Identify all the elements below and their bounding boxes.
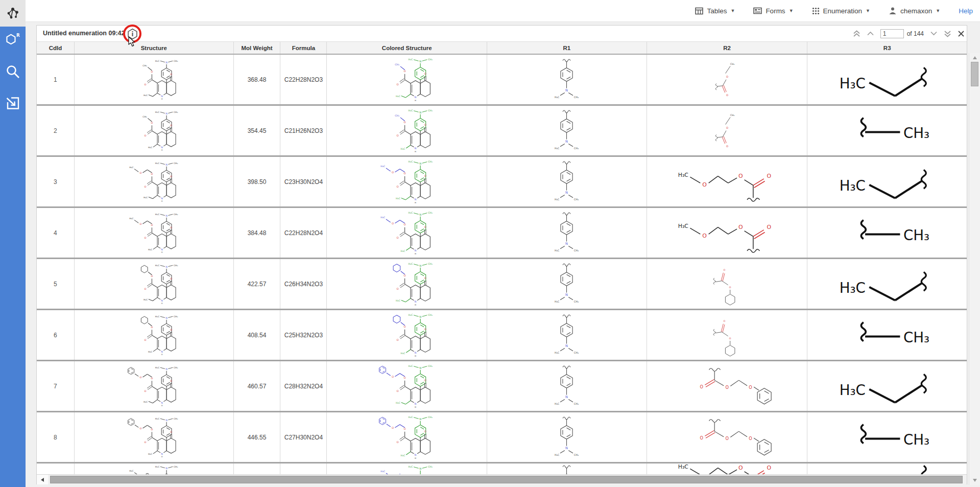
cell-r2[interactable]: CH₃OO (647, 55, 808, 104)
cell-colored-structure[interactable]: H₃CNCH₃NHOOOH₃C (327, 259, 487, 309)
cell-mol-weight[interactable]: 408.54 (234, 310, 281, 360)
cell-formula[interactable]: C27H30N2O4 (280, 412, 327, 462)
cell-formula[interactable]: C23H30N2O4 (280, 157, 327, 206)
sidebar-item-search[interactable] (5, 64, 20, 79)
cell-structure[interactable]: H₃CNCH₃NHOOOOH₃C (75, 361, 234, 411)
column-header-r2[interactable]: R2 (647, 42, 808, 54)
cell-r3[interactable]: H₃C (807, 463, 967, 474)
cell-r3[interactable]: CH₃ (807, 412, 967, 462)
cell-r2[interactable]: OOO (647, 412, 808, 462)
menu-enumeration[interactable]: Enumeration ▼ (812, 7, 870, 15)
next-page-button[interactable] (930, 31, 938, 36)
cell-r1[interactable]: NH₃CCH₃ (487, 412, 647, 462)
cell-r3[interactable]: H₃C (807, 157, 967, 206)
cell-structure[interactable]: H₃CNCH₃NHOOOH₃C (75, 259, 234, 309)
cell-r2[interactable]: OOO (647, 361, 808, 411)
sidebar-item-markush-enumeration[interactable]: R (5, 31, 20, 47)
previous-page-button[interactable] (867, 31, 874, 36)
cell-structure[interactable]: H₃CNCH₃NHOOOH₃C (75, 310, 234, 360)
menu-tables[interactable]: Tables ▼ (695, 7, 735, 15)
scroll-down-button[interactable] (969, 477, 980, 484)
vertical-scrollbar-thumb[interactable] (971, 62, 978, 86)
cell-colored-structure[interactable]: H₃CNCH₃NHOOOOH₃CH₃C (327, 157, 487, 206)
cell-r3[interactable]: H₃C (807, 361, 967, 411)
menu-account[interactable]: chemaxon ▼ (889, 7, 940, 15)
scroll-left-button[interactable] (37, 475, 48, 484)
cell-r2[interactable]: H₃COOO (647, 208, 808, 258)
cell-colored-structure[interactable]: H₃CNCH₃NHOOOCH₃H₃C (327, 55, 487, 104)
cell-cdid[interactable]: 7 (37, 361, 75, 411)
column-header-mol_weight[interactable]: Mol Weight (234, 42, 281, 54)
cell-colored-structure[interactable]: H₃CNCH₃NHOOOOH₃CH₃C (327, 208, 487, 258)
cell-structure[interactable]: H₃CNCH₃NHOOOOH₃CH₃C (75, 157, 234, 206)
close-button[interactable] (958, 30, 965, 37)
cell-mol-weight[interactable]: 354.45 (234, 106, 281, 155)
cell-colored-structure[interactable]: H₃CNCH₃NHOOOOH₃C (327, 361, 487, 411)
cell-r2[interactable]: OO (647, 310, 808, 360)
last-page-button[interactable] (944, 30, 951, 37)
cell-r2[interactable]: H₃COOO (647, 157, 808, 206)
cell-r1[interactable]: NH₃CCH₃ (487, 310, 647, 360)
cell-mol-weight[interactable] (234, 463, 281, 474)
cell-structure[interactable]: H₃CNCH₃NHOOOOH₃CH₃C (75, 208, 234, 258)
cell-r2[interactable]: CH₃OO (647, 106, 808, 155)
cell-r2[interactable]: OO (647, 259, 808, 309)
cell-r1[interactable]: NH₃CCH₃ (487, 463, 647, 474)
cell-formula[interactable]: C25H32N2O3 (280, 310, 327, 360)
cell-r3[interactable]: H₃C (807, 55, 967, 104)
cell-formula[interactable]: C28H32N2O4 (280, 361, 327, 411)
cell-formula[interactable]: C26H34N2O3 (280, 259, 327, 309)
cell-structure[interactable]: H₃CNCH₃NHOOOOH₃CH₃C (75, 463, 234, 474)
column-header-r1[interactable]: R1 (487, 42, 647, 54)
column-header-cdid[interactable]: CdId (37, 42, 75, 54)
cell-structure[interactable]: H₃CNCH₃NHOOOCH₃H₃C (75, 55, 234, 104)
sidebar-item-import[interactable] (5, 96, 20, 111)
cell-colored-structure[interactable]: H₃CNCH₃NHOOOOH₃CH₃C (327, 463, 487, 474)
cell-r1[interactable]: NH₃CCH₃ (487, 106, 647, 155)
cell-r1[interactable]: NH₃CCH₃ (487, 55, 647, 104)
page-number-input[interactable] (880, 29, 904, 38)
cell-cdid[interactable]: 8 (37, 412, 75, 462)
cell-formula[interactable] (280, 463, 327, 474)
horizontal-scrollbar-thumb[interactable] (50, 476, 963, 483)
column-header-colored[interactable]: Colored Structure (327, 42, 487, 54)
cell-r3[interactable]: CH₃ (807, 208, 967, 258)
cell-colored-structure[interactable]: H₃CNCH₃NHOOOH₃C (327, 310, 487, 360)
cell-mol-weight[interactable]: 398.50 (234, 157, 281, 206)
cell-cdid[interactable]: 3 (37, 157, 75, 206)
cell-formula[interactable]: C21H26N2O3 (280, 106, 327, 155)
cell-r1[interactable]: NH₃CCH₃ (487, 208, 647, 258)
cell-structure[interactable]: H₃CNCH₃NHOOOCH₃H₃C (75, 106, 234, 155)
cell-r1[interactable]: NH₃CCH₃ (487, 259, 647, 309)
cell-r3[interactable]: H₃C (807, 259, 967, 309)
cell-mol-weight[interactable]: 368.48 (234, 55, 281, 104)
cell-r3[interactable]: CH₃ (807, 310, 967, 360)
cell-mol-weight[interactable]: 446.55 (234, 412, 281, 462)
cell-cdid[interactable]: 1 (37, 55, 75, 104)
cell-cdid[interactable]: 2 (37, 106, 75, 155)
column-header-formula[interactable]: Formula (280, 42, 327, 54)
cell-r1[interactable]: NH₃CCH₃ (487, 157, 647, 206)
app-logo[interactable] (0, 0, 26, 27)
first-page-button[interactable] (853, 30, 861, 37)
cell-colored-structure[interactable]: H₃CNCH₃NHOOOOH₃C (327, 412, 487, 462)
horizontal-scrollbar[interactable] (37, 474, 967, 484)
cell-mol-weight[interactable]: 384.48 (234, 208, 281, 258)
cell-structure[interactable]: H₃CNCH₃NHOOOOH₃C (75, 412, 234, 462)
cell-mol-weight[interactable]: 460.57 (234, 361, 281, 411)
cell-cdid[interactable]: 5 (37, 259, 75, 309)
cell-formula[interactable]: C22H28N2O4 (280, 208, 327, 258)
help-link[interactable]: Help (959, 7, 973, 15)
column-header-r3[interactable]: R3 (807, 42, 967, 54)
scroll-up-button[interactable] (969, 54, 980, 61)
cell-mol-weight[interactable]: 422.57 (234, 259, 281, 309)
cell-formula[interactable]: C22H28N2O3 (280, 55, 327, 104)
vertical-scrollbar[interactable] (969, 53, 980, 485)
cell-cdid[interactable]: 6 (37, 310, 75, 360)
cell-colored-structure[interactable]: H₃CNCH₃NHOOOCH₃H₃C (327, 106, 487, 155)
menu-forms[interactable]: Forms ▼ (753, 7, 793, 15)
cell-cdid[interactable]: 4 (37, 208, 75, 258)
cell-r3[interactable]: CH₃ (807, 106, 967, 155)
cell-cdid[interactable] (37, 463, 75, 474)
column-header-structure[interactable]: Structure (75, 42, 234, 54)
